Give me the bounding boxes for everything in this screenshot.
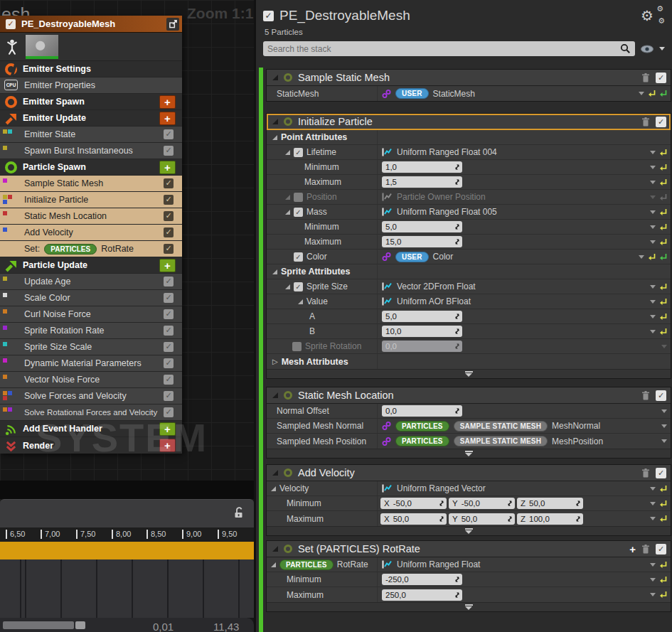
expander-triangle-icon[interactable] <box>272 269 277 274</box>
expander-triangle-icon[interactable] <box>272 75 278 80</box>
expander-triangle-icon[interactable] <box>298 299 303 304</box>
reset-icon[interactable] <box>660 561 667 569</box>
dropdown-icon[interactable] <box>650 517 656 520</box>
attr-row-color[interactable]: ✓Color USER Color <box>267 250 671 264</box>
number-input[interactable]: 15,0 <box>382 236 462 247</box>
dropdown-icon[interactable] <box>661 439 667 443</box>
reset-icon[interactable] <box>649 90 656 97</box>
dropdown-icon[interactable] <box>650 166 656 169</box>
add-parameter-button[interactable]: + <box>629 544 636 555</box>
dropdown-icon[interactable] <box>650 285 656 289</box>
emitter-row-solve-forces[interactable]: Solve Forces and Velocity ✓ <box>0 388 182 405</box>
vector-y-input[interactable]: Y50,0 <box>449 513 515 525</box>
module-enabled-checkbox[interactable]: ✓ <box>164 277 174 286</box>
module-enabled-checkbox[interactable]: ✓ <box>164 358 174 368</box>
module-enabled-checkbox[interactable]: ✓ <box>164 407 174 417</box>
reset-to-base-icon[interactable] <box>660 253 667 261</box>
vector-x-input[interactable]: X50,0 <box>380 513 447 525</box>
attr-row-mass[interactable]: ✓Mass Uniform Ranged Float 005 <box>267 205 671 220</box>
number-input[interactable]: 250,0 <box>382 589 462 601</box>
expander-triangle-icon[interactable] <box>271 562 276 567</box>
open-emitter-button[interactable] <box>166 18 179 31</box>
value-row-minimum[interactable]: Minimum 1,0 <box>267 160 671 175</box>
emitter-row-emitter-update[interactable]: Emitter Update + <box>0 110 182 127</box>
expander-triangle-icon[interactable] <box>272 392 278 398</box>
emitter-row-emitter-properties[interactable]: CPU Emitter Properties <box>0 77 182 94</box>
reset-icon[interactable] <box>660 328 667 336</box>
section-header[interactable]: Set (PARTICLES) RotRate + ✓ <box>267 541 671 557</box>
module-enabled-checkbox[interactable]: ✓ <box>656 73 666 83</box>
dropdown-icon[interactable] <box>650 330 656 333</box>
group-row[interactable]: Sprite Attributes <box>267 264 671 279</box>
attr-checkbox[interactable]: ✓ <box>294 208 303 217</box>
reset-icon[interactable] <box>660 313 667 321</box>
attr-row-position-disabled[interactable]: Position Particle Owner Position <box>267 190 671 205</box>
vector-z-input[interactable]: Z100,0 <box>517 513 583 525</box>
value-row-normal-offset[interactable]: Normal Offset 0,0 <box>267 404 671 419</box>
dropdown-icon[interactable] <box>661 409 667 413</box>
module-enabled-checkbox[interactable]: ✓ <box>656 390 666 401</box>
search-input[interactable] <box>267 44 620 54</box>
emitter-enabled-checkbox[interactable]: ✓ <box>263 11 274 21</box>
collapsed-triangle-icon[interactable]: ▷ <box>272 358 278 365</box>
add-module-button[interactable]: + <box>159 259 176 272</box>
emitter-row-sprite-size-scale[interactable]: Sprite Size Scale ✓ <box>0 339 182 355</box>
module-enabled-checkbox[interactable]: ✓ <box>164 342 174 352</box>
emitter-row-particle-spawn[interactable]: Particle Spawn + <box>0 159 182 176</box>
attr-row-sprite-rotation-disabled[interactable]: Sprite Rotation 0,0 <box>267 339 671 354</box>
view-options-caret-icon[interactable] <box>659 47 665 50</box>
graph-viewport[interactable]: esh Zoom 1:1 SYSTEM ✓ PE_DestroyableMesh… <box>0 0 254 632</box>
section-expander[interactable] <box>267 369 671 378</box>
attr-checkbox-disabled[interactable] <box>292 342 302 351</box>
module-enabled-checkbox[interactable]: ✓ <box>656 544 666 555</box>
vector-y-input[interactable]: Y-50,0 <box>449 498 515 509</box>
reset-icon[interactable] <box>660 515 667 523</box>
emitter-row-emitter-settings[interactable]: Emitter Settings <box>0 61 182 77</box>
emitter-row-scale-color[interactable]: Scale Color ✓ <box>0 290 182 306</box>
module-enabled-checkbox[interactable]: ✓ <box>656 117 666 127</box>
delete-icon[interactable] <box>641 73 650 82</box>
reset-icon[interactable] <box>660 223 667 231</box>
emitter-row-emitter-state[interactable]: Emitter State ✓ <box>0 127 182 143</box>
section-header[interactable]: Sample Static Mesh ✓ <box>267 70 671 86</box>
section-header[interactable]: Add Velocity ✓ <box>267 465 671 481</box>
value-row-minimum[interactable]: Minimum 5,0 <box>267 220 671 235</box>
vector-row-maximum[interactable]: Maximum X50,0 Y50,0 Z100,0 <box>267 511 671 526</box>
emitter-row-static-mesh-location[interactable]: Static Mesh Location ✓ <box>0 208 182 225</box>
emitter-row-render[interactable]: Render + <box>0 437 182 454</box>
value-row-b[interactable]: B 10,0 <box>267 324 671 339</box>
value-row-maximum[interactable]: Maximum 250,0 <box>267 587 671 602</box>
attr-row-lifetime[interactable]: ✓Lifetime Uniform Ranged Float 004 <box>267 145 671 160</box>
dropdown-icon[interactable] <box>650 578 656 582</box>
attr-checkbox[interactable]: ✓ <box>294 282 303 291</box>
dropdown-icon[interactable] <box>650 487 656 491</box>
dropdown-icon[interactable] <box>650 315 656 318</box>
emitter-row-initialize-particle[interactable]: Initialize Particle ✓ <box>0 192 182 208</box>
unlock-icon[interactable] <box>233 506 245 518</box>
dropdown-icon[interactable] <box>650 593 656 596</box>
timeline-ruler[interactable]: 6,50 7,00 7,50 8,00 8,50 9,00 9,50 <box>0 527 254 542</box>
emitter-row-emitter-spawn[interactable]: Emitter Spawn + <box>0 94 182 110</box>
dropdown-icon[interactable] <box>650 225 656 229</box>
add-renderer-button[interactable]: + <box>159 439 176 452</box>
emitter-row-add-velocity[interactable]: Add Velocity ✓ <box>0 225 182 241</box>
param-row-sampled-mesh-normal[interactable]: Sampled Mesh Normal PARTICLES SAMPLE STA… <box>267 419 671 434</box>
dropdown-icon[interactable] <box>650 210 656 214</box>
expander-triangle-icon[interactable] <box>272 470 278 476</box>
number-input[interactable]: 5,0 <box>382 221 462 232</box>
module-enabled-checkbox[interactable]: ✓ <box>164 244 174 254</box>
number-input[interactable]: 10,0 <box>382 326 462 337</box>
settings-gears-icon[interactable]: ⚙ ⚙ ⚙ <box>639 6 665 26</box>
emitter-thumbnail[interactable] <box>26 35 58 59</box>
number-input[interactable]: -250,0 <box>382 574 462 585</box>
group-row-mesh-attributes[interactable]: ▷Mesh Attributes <box>267 354 671 369</box>
attr-checkbox[interactable]: ✓ <box>294 252 303 262</box>
add-module-button[interactable]: + <box>159 422 176 436</box>
reset-icon[interactable] <box>660 208 667 216</box>
group-row[interactable]: Point Attributes <box>267 130 671 145</box>
attr-row-velocity[interactable]: Velocity Uniform Ranged Vector <box>267 481 671 496</box>
dropdown-icon[interactable] <box>650 151 656 154</box>
emitter-enabled-checkbox[interactable]: ✓ <box>6 19 16 29</box>
number-input[interactable]: 1,5 <box>382 176 462 188</box>
timeline-track-bar[interactable] <box>0 542 254 559</box>
